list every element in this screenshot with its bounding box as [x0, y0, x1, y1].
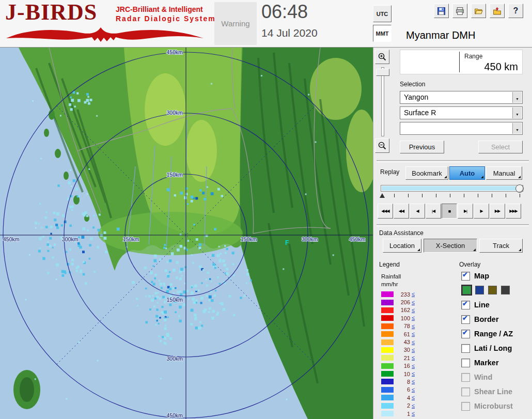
fast-rewind-button[interactable]: ◀◀ — [394, 204, 409, 219]
dropdown-button[interactable] — [512, 107, 522, 118]
play-reverse-button[interactable]: ◀ — [410, 204, 425, 219]
legend-operator: ≤ — [412, 323, 415, 329]
ring-label: 300km — [166, 110, 183, 116]
stop-button[interactable]: ■ — [442, 204, 457, 219]
checkbox[interactable] — [461, 330, 470, 338]
legend-row: 162≤ — [381, 306, 431, 314]
legend-color-swatch — [381, 347, 394, 353]
step-forward-button[interactable]: ▶| — [458, 204, 473, 219]
help-button[interactable]: ? — [508, 4, 523, 18]
zoom-in-icon — [378, 52, 387, 61]
ring-label: 300km — [62, 236, 79, 242]
timeline-tick — [408, 194, 409, 197]
legend-value: 21 — [397, 355, 410, 361]
ring-label: 300km — [302, 236, 318, 242]
legend-value: 8 — [397, 379, 410, 385]
legend-row: 233≤ — [381, 290, 431, 298]
overlay-item-border[interactable]: Border — [461, 314, 531, 324]
select-button: Select — [478, 141, 523, 153]
legend-operator: ≤ — [412, 395, 415, 400]
overlay-item-line[interactable]: Line — [461, 300, 531, 310]
fast-forward-button[interactable]: ▶▶ — [490, 204, 505, 219]
map-style-swatch[interactable] — [462, 286, 471, 294]
timeline-tick — [478, 194, 478, 197]
auto-button[interactable]: Auto — [449, 166, 485, 180]
dropdown-button[interactable] — [512, 123, 522, 134]
timeline-ticks — [381, 193, 523, 199]
rewind-start-button[interactable]: ◀◀◀ — [378, 204, 393, 219]
chevron-down-icon — [515, 124, 519, 133]
radar-map[interactable]: 450km 300km 150km 150km 300km 450km 450k… — [0, 48, 373, 419]
checkbox[interactable] — [461, 272, 470, 281]
legend-value: 10 — [397, 371, 410, 377]
overlay-item-marker[interactable]: Marker — [461, 358, 531, 368]
legend-operator: ≤ — [412, 387, 415, 393]
legend-color-swatch — [381, 371, 394, 377]
manual-button[interactable]: Manual — [486, 166, 522, 180]
dropdown-button[interactable] — [512, 92, 522, 103]
legend-color-swatch — [381, 363, 394, 369]
legend-row: 30≤ — [381, 346, 431, 354]
x-section-button[interactable]: X-Section — [424, 239, 477, 253]
checkbox[interactable] — [461, 315, 470, 324]
timeline-thumb[interactable] — [515, 184, 524, 193]
zoom-in-button[interactable] — [375, 50, 389, 64]
overlay-item-label: Lati / Long — [474, 344, 512, 352]
legend-color-swatch — [381, 403, 394, 409]
overlay-item-label: Line — [474, 301, 490, 309]
timeline-tick — [436, 194, 436, 197]
bookmark-button[interactable]: Bookmark — [405, 166, 448, 180]
warning-label: Warning — [221, 19, 249, 28]
overlay-item-range-az[interactable]: Range / AZ — [461, 329, 531, 339]
timeline-tick — [422, 194, 423, 197]
zoom-slider-thumb[interactable] — [376, 69, 389, 76]
location-button[interactable]: Location — [383, 239, 421, 253]
checkbox — [461, 387, 470, 396]
map-style-swatch[interactable] — [475, 286, 484, 294]
legend-row: 8≤ — [381, 378, 431, 385]
legend-operator: ≤ — [412, 339, 415, 345]
overlay-item-map[interactable]: Map — [461, 271, 531, 281]
zoom-out-button[interactable] — [375, 138, 389, 153]
timeline-tick — [464, 194, 464, 197]
save-button[interactable] — [434, 4, 449, 18]
legend-row: 100≤ — [381, 314, 431, 322]
legend-operator: ≤ — [412, 315, 415, 321]
print-button[interactable] — [452, 4, 467, 18]
extra-combobox[interactable] — [400, 122, 523, 135]
bookmark-button-label: Bookmark — [412, 169, 442, 177]
product-combobox[interactable]: Surface R — [400, 106, 523, 119]
legend-row: 10≤ — [381, 370, 431, 378]
utc-button[interactable]: UTC — [373, 5, 392, 22]
map-style-swatch[interactable] — [488, 286, 497, 294]
timezone-toggle: UTC MMT — [373, 5, 392, 42]
overlay-item-label: Marker — [474, 359, 499, 367]
product-value: Surface R — [404, 108, 436, 117]
checkbox[interactable] — [461, 359, 470, 367]
open-button[interactable] — [471, 4, 486, 18]
export-button[interactable] — [490, 4, 505, 18]
timeline-slider[interactable] — [381, 185, 523, 192]
previous-button[interactable]: Previous — [400, 141, 444, 153]
step-back-button[interactable]: |◀ — [426, 204, 441, 219]
forward-end-button[interactable]: ▶▶▶ — [506, 204, 521, 219]
site-combobox[interactable]: Yangon — [400, 91, 523, 104]
checkbox[interactable] — [461, 301, 470, 309]
logo-subtitles: JRC-Brilliant & Intelligent Radar Dialog… — [116, 5, 216, 23]
play-button[interactable]: ▶ — [474, 204, 489, 219]
legend-row: 6≤ — [381, 386, 431, 394]
mmt-button[interactable]: MMT — [373, 25, 392, 42]
zoom-slider[interactable] — [375, 67, 389, 136]
overlay-item-lati-long[interactable]: Lati / Long — [461, 343, 531, 353]
map-style-swatch[interactable] — [501, 286, 510, 294]
warning-indicator[interactable]: Warning — [214, 2, 257, 45]
ring-label: 150km — [166, 172, 183, 178]
zoom-slider-track[interactable] — [381, 67, 384, 136]
checkbox[interactable] — [461, 344, 470, 353]
legend-operator: ≤ — [412, 355, 415, 361]
legend-row: 2≤ — [381, 401, 431, 409]
timeline-tick — [506, 194, 506, 197]
track-button[interactable]: Track — [479, 239, 523, 253]
replay-label: Replay — [380, 168, 399, 176]
legend-operator: ≤ — [412, 331, 415, 337]
